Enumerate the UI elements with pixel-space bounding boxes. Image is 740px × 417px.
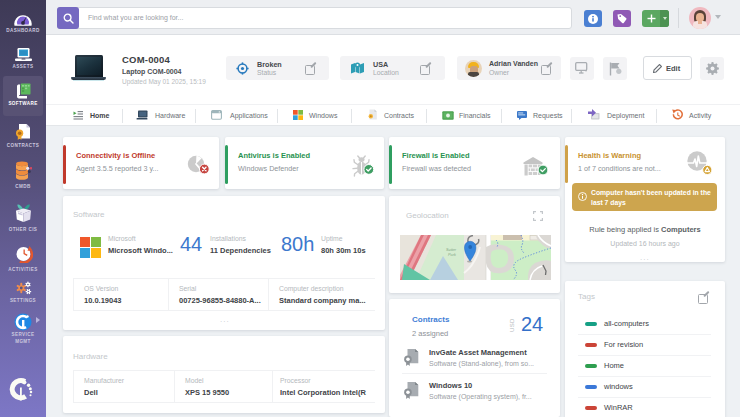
svg-text:Sutter: Sutter — [446, 248, 457, 252]
svg-text:Park: Park — [448, 253, 457, 257]
